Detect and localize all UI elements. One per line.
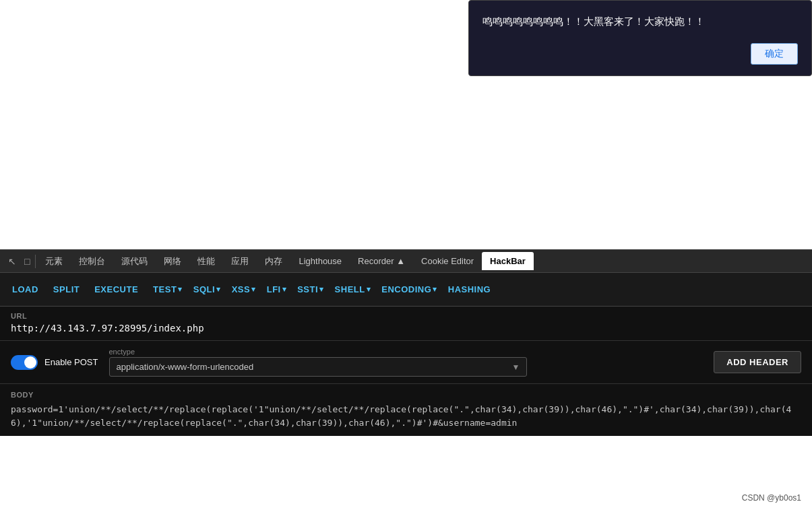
url-label: URL xyxy=(11,312,801,320)
tab-elements[interactable]: 元素 xyxy=(37,251,71,272)
load-button[interactable]: LOAD xyxy=(5,280,45,298)
url-section: URL http://43.143.7.97:28995/index.php xyxy=(0,307,812,341)
alert-dialog: 鸣鸣鸣鸣鸣鸣鸣鸣！！大黑客来了！大家快跑！！ 确定 xyxy=(468,0,812,76)
enctype-select-wrapper: application/x-www-form-urlencoded multip… xyxy=(109,357,527,377)
tab-cookie-editor[interactable]: Cookie Editor xyxy=(413,252,482,270)
ssti-button[interactable]: SSTI xyxy=(290,280,326,298)
alert-message: 鸣鸣鸣鸣鸣鸣鸣鸣！！大黑客来了！大家快跑！！ xyxy=(482,14,798,30)
encoding-button[interactable]: ENCODING xyxy=(375,280,440,298)
enable-post-label: Enable POST xyxy=(44,357,98,367)
tab-separator xyxy=(35,255,36,268)
split-button[interactable]: SPLIT xyxy=(46,280,86,298)
body-label: Body xyxy=(11,391,801,399)
add-header-button[interactable]: ADD HEADER xyxy=(714,351,801,373)
lfi-button[interactable]: LFI xyxy=(260,280,290,298)
enctype-label: enctype xyxy=(109,348,704,356)
inspect-icon[interactable]: ↖ xyxy=(4,253,20,269)
tab-memory[interactable]: 内存 xyxy=(257,251,290,272)
alert-confirm-button[interactable]: 确定 xyxy=(751,43,798,65)
sqli-button[interactable]: SQLI xyxy=(187,280,224,298)
hackbar-toolbar: LOAD SPLIT EXECUTE TEST SQLI XSS LFI SST… xyxy=(0,273,812,307)
post-section: Enable POST enctype application/x-www-fo… xyxy=(0,341,812,384)
tab-hackbar[interactable]: HackBar xyxy=(482,252,534,270)
body-text: password=1'union/**/select/**/replace(re… xyxy=(11,403,801,429)
enable-post-toggle-wrapper: Enable POST xyxy=(11,355,98,370)
shell-button[interactable]: SHELL xyxy=(328,280,374,298)
tab-network[interactable]: 网络 xyxy=(156,251,189,272)
tab-performance[interactable]: 性能 xyxy=(189,251,223,272)
test-button[interactable]: TEST xyxy=(146,280,185,298)
execute-button[interactable]: EXECUTE xyxy=(88,280,145,298)
tab-recorder[interactable]: Recorder ▲ xyxy=(350,252,413,270)
url-value: http://43.143.7.97:28995/index.php xyxy=(11,323,801,334)
xss-button[interactable]: XSS xyxy=(225,280,259,298)
enctype-select[interactable]: application/x-www-form-urlencoded multip… xyxy=(109,357,527,377)
device-icon[interactable]: □ xyxy=(20,253,34,269)
enable-post-toggle[interactable] xyxy=(11,355,38,370)
devtools-tabs-bar: ↖ □ 元素 控制台 源代码 网络 性能 应用 内存 Lighthouse Re… xyxy=(0,249,812,273)
enctype-group: enctype application/x-www-form-urlencode… xyxy=(109,348,704,377)
tab-source[interactable]: 源代码 xyxy=(113,251,156,272)
tab-lighthouse[interactable]: Lighthouse xyxy=(290,252,350,270)
tab-application[interactable]: 应用 xyxy=(223,251,257,272)
top-area: 鸣鸣鸣鸣鸣鸣鸣鸣！！大黑客来了！大家快跑！！ 确定 xyxy=(0,0,812,249)
toggle-thumb xyxy=(24,356,36,369)
body-section: Body password=1'union/**/select/**/repla… xyxy=(0,384,812,436)
watermark: CSDN @yb0os1 xyxy=(742,493,801,503)
tab-console[interactable]: 控制台 xyxy=(71,251,113,272)
hashing-button[interactable]: HASHING xyxy=(441,280,497,298)
